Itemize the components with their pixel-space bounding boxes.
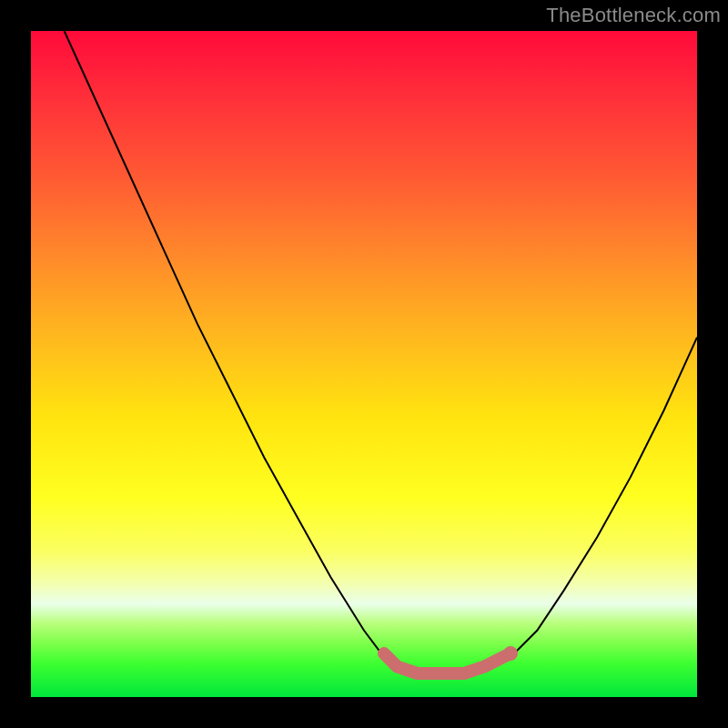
highlight-end-dot (503, 646, 518, 661)
highlight-band (384, 653, 511, 673)
plot-area (31, 31, 697, 697)
chart-frame: TheBottleneck.com (0, 0, 728, 728)
watermark-text: TheBottleneck.com (546, 4, 721, 27)
curve-layer (31, 31, 697, 697)
bottleneck-curve (65, 31, 697, 677)
